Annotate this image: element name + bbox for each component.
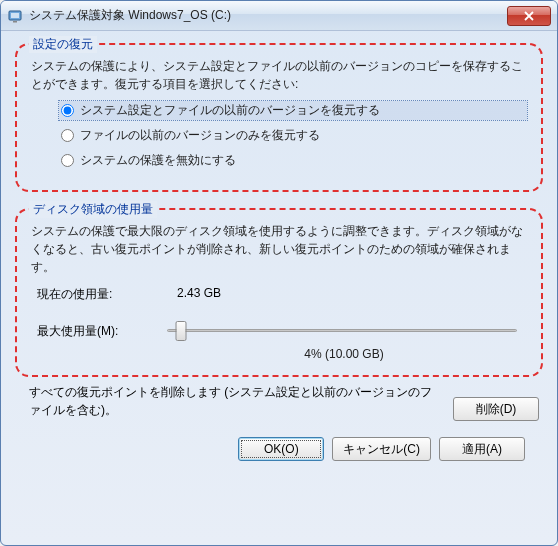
radio-label: システムの保護を無効にする <box>80 152 236 169</box>
radio-input[interactable] <box>61 154 74 167</box>
svg-rect-1 <box>11 13 19 18</box>
dialog-content: 設定の復元 システムの保護により、システム設定とファイルの以前のバージョンのコピ… <box>1 31 557 471</box>
disk-usage-group: ディスク領域の使用量 システムの保護で最大限のディスク領域を使用するように調整で… <box>15 208 543 377</box>
current-usage-label: 現在の使用量: <box>37 286 177 303</box>
restore-option-disable[interactable]: システムの保護を無効にする <box>59 151 527 170</box>
dialog-window: システム保護対象 Windows7_OS (C:) 設定の復元 システムの保護に… <box>0 0 558 546</box>
restore-settings-group: 設定の復元 システムの保護により、システム設定とファイルの以前のバージョンのコピ… <box>15 43 543 192</box>
restore-radio-list: システム設定とファイルの以前のバージョンを復元する ファイルの以前のバージョンの… <box>59 101 527 170</box>
radio-input[interactable] <box>61 129 74 142</box>
current-usage-row: 現在の使用量: 2.43 GB <box>37 286 527 303</box>
radio-input[interactable] <box>61 104 74 117</box>
current-usage-value: 2.43 GB <box>177 286 221 303</box>
delete-restore-points-row: すべての復元ポイントを削除します (システム設定と以前のバージョンのファイルを含… <box>29 383 539 421</box>
restore-option-files-only[interactable]: ファイルの以前のバージョンのみを復元する <box>59 126 527 145</box>
cancel-button[interactable]: キャンセル(C) <box>332 437 431 461</box>
system-protection-icon <box>7 8 23 24</box>
apply-button[interactable]: 適用(A) <box>439 437 525 461</box>
slider-thumb[interactable] <box>176 321 187 341</box>
max-usage-slider[interactable] <box>167 319 517 343</box>
delete-description: すべての復元ポイントを削除します (システム設定と以前のバージョンのファイルを含… <box>29 383 439 419</box>
max-usage-row: 最大使用量(M): <box>37 319 527 343</box>
slider-track <box>167 329 517 332</box>
svg-rect-2 <box>13 21 17 23</box>
slider-value-text: 4% (10.00 GB) <box>161 347 527 361</box>
restore-option-system-and-files[interactable]: システム設定とファイルの以前のバージョンを復元する <box>59 101 527 120</box>
ok-button[interactable]: OK(O) <box>238 437 324 461</box>
window-title: システム保護対象 Windows7_OS (C:) <box>29 7 507 24</box>
close-button[interactable] <box>507 6 551 26</box>
restore-settings-desc: システムの保護により、システム設定とファイルの以前のバージョンのコピーを保存する… <box>31 57 527 93</box>
restore-settings-legend: 設定の復元 <box>29 36 97 53</box>
disk-usage-desc: システムの保護で最大限のディスク領域を使用するように調整できます。ディスク領域が… <box>31 222 527 276</box>
radio-label: ファイルの以前のバージョンのみを復元する <box>80 127 320 144</box>
titlebar[interactable]: システム保護対象 Windows7_OS (C:) <box>1 1 557 31</box>
delete-button[interactable]: 削除(D) <box>453 397 539 421</box>
radio-label: システム設定とファイルの以前のバージョンを復元する <box>80 102 380 119</box>
disk-usage-legend: ディスク領域の使用量 <box>29 201 157 218</box>
dialog-footer: OK(O) キャンセル(C) 適用(A) <box>15 431 543 461</box>
max-usage-label: 最大使用量(M): <box>37 323 167 340</box>
